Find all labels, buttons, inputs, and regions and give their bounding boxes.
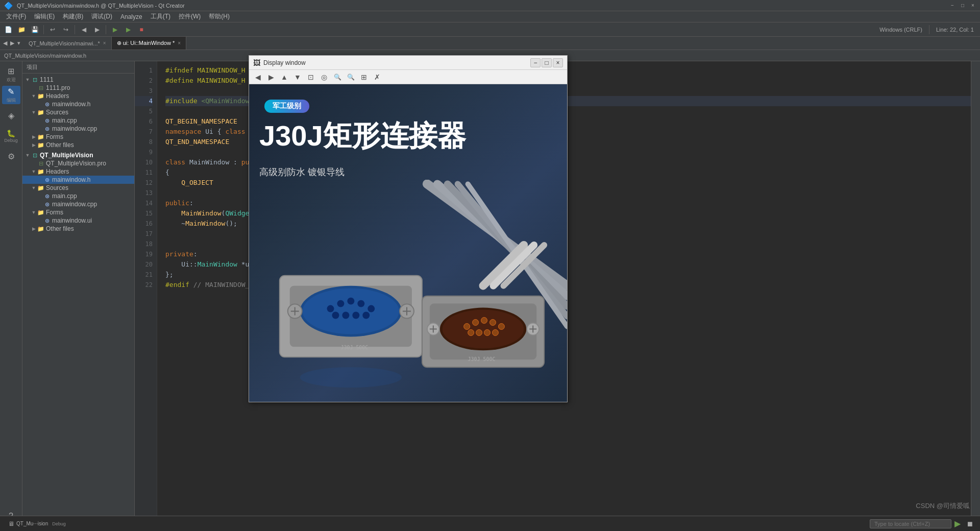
label-mainwindow-ui: mainwindow.ui [52, 217, 92, 224]
tree-item-mainwindow-ui[interactable]: ⊛ mainwindow.ui [22, 216, 134, 225]
tree-item-other2[interactable]: ▶ 📁 Other files [22, 225, 134, 233]
svg-point-31 [473, 319, 479, 325]
dw-maximize-btn[interactable]: □ [542, 58, 552, 67]
menu-help[interactable]: 帮助(H) [205, 11, 234, 22]
svg-point-14 [332, 311, 339, 319]
taskbar-app-label: QT_Mu···ision [16, 521, 48, 526]
dw-btn-forward[interactable]: ▶ [265, 71, 277, 83]
line-num-22: 22 [135, 280, 153, 290]
line-num-15: 15 [135, 208, 153, 219]
tree-item-forms1[interactable]: ▶ 📁 Forms [22, 133, 134, 141]
maximize-button[interactable]: □ [960, 3, 966, 9]
tree-item-mainwindow-cpp2[interactable]: ⊛ mainwindow.cpp [22, 200, 134, 208]
tab-ui-mainwindow[interactable]: ⊕ ui: Ui::MainWindow * × [112, 37, 186, 50]
tab-close-1[interactable]: × [103, 40, 106, 46]
tab-nav-dropdown[interactable]: ▾ [16, 40, 21, 46]
close-button[interactable]: × [970, 3, 976, 9]
menu-file[interactable]: 文件(F) [2, 11, 30, 22]
menu-debug[interactable]: 调试(D) [87, 11, 116, 22]
line-num-20: 20 [135, 259, 153, 270]
sidebar-design[interactable]: ◈ [2, 106, 20, 125]
dw-close-btn[interactable]: × [553, 58, 563, 67]
dw-title-icon: 🖼 [253, 59, 260, 67]
menu-build[interactable]: 构建(B) [59, 11, 87, 22]
tree-item-1111[interactable]: ▼ ⊡ 1111 [22, 76, 134, 84]
sidebar-projects[interactable]: ⚙ [2, 147, 20, 165]
toolbar-undo[interactable]: ↩ [46, 24, 59, 35]
arrow-qt: ▼ [24, 153, 31, 158]
taskbar-search[interactable] [870, 519, 951, 528]
toolbar-debug-run[interactable]: ▶ [122, 24, 134, 35]
dw-btn-clear[interactable]: ✗ [372, 71, 383, 83]
dw-btn-zoom-out[interactable]: 🔍 [332, 71, 343, 83]
menu-analyze[interactable]: Analyze [116, 11, 146, 22]
tree-item-mainwindow-h2[interactable]: ⊛ mainwindow.h [22, 176, 134, 184]
svg-point-38 [492, 329, 498, 335]
menu-edit[interactable]: 编辑(E) [30, 11, 59, 22]
tab-close-2[interactable]: × [178, 40, 181, 46]
line-num-1: 1 [135, 65, 153, 76]
tree-item-sources1[interactable]: ▼ 📁 Sources [22, 108, 134, 116]
token: { [165, 168, 169, 176]
dw-btn-grid[interactable]: ⊞ [358, 71, 370, 83]
menu-controls[interactable]: 控件(W) [175, 11, 205, 22]
tree-item-forms2[interactable]: ▼ 📁 Forms [22, 208, 134, 216]
tree-item-other1[interactable]: ▶ 📁 Other files [22, 141, 134, 149]
svg-point-33 [489, 319, 496, 325]
toolbar-forward[interactable]: ▶ [91, 24, 103, 35]
dw-btn-up[interactable]: ▲ [279, 71, 290, 83]
token: : [189, 199, 193, 207]
tab-nav-forward[interactable]: ▶ [9, 40, 15, 46]
tree-item-sources2[interactable]: ▼ 📁 Sources [22, 184, 134, 192]
toolbar-open[interactable]: 📁 [15, 24, 28, 35]
svg-point-12 [357, 300, 364, 307]
tree-item-headers1[interactable]: ▼ 📁 Headers [22, 92, 134, 100]
file-tree[interactable]: ▼ ⊡ 1111 ⊟ 1111.pro ▼ 📁 Headers ⊛ mainwi [22, 74, 134, 529]
taskbar-app[interactable]: 🖥 QT_Mu···ision Debug [4, 516, 70, 531]
tab-nav-back[interactable]: ◀ [2, 40, 8, 46]
toolbar-stop[interactable]: ■ [135, 24, 148, 35]
dw-btn-back[interactable]: ◀ [252, 71, 263, 83]
svg-point-10 [337, 300, 344, 307]
tree-item-1111pro[interactable]: ⊟ 1111.pro [22, 84, 134, 92]
tree-item-mainwindow-h1[interactable]: ⊛ mainwindow.h [22, 100, 134, 108]
tab-mainwindow-h[interactable]: QT_MultipleVision/mainwi...* × [23, 37, 112, 50]
dw-btn-down[interactable]: ▼ [292, 71, 303, 83]
tree-item-main-cpp2[interactable]: ⊛ main.cpp [22, 192, 134, 200]
minimize-button[interactable]: − [949, 3, 955, 9]
svg-text:J30J 500C: J30J 500C [340, 345, 368, 350]
dw-btn-fit[interactable]: ⊡ [305, 71, 316, 83]
welcome-label: 欢迎 [7, 77, 16, 83]
dw-btn-circle[interactable]: ◎ [318, 71, 330, 83]
toolbar-sep3 [106, 25, 106, 34]
sidebar-edit[interactable]: ✎ 编辑 [2, 86, 20, 104]
dw-title: Display window [263, 59, 529, 66]
header-icon-1: ⊛ [43, 101, 51, 108]
sidebar-welcome[interactable]: ⊞ 欢迎 [2, 65, 20, 84]
toolbar-redo[interactable]: ↪ [60, 24, 72, 35]
token: : [193, 250, 198, 258]
toolbar-save[interactable]: 💾 [29, 24, 41, 35]
status-build-config: Windows (CRLF) [875, 27, 926, 33]
tree-item-qt-pro[interactable]: ⊟ QT_MultipleVision.pro [22, 159, 134, 167]
tree-item-qt[interactable]: ▼ ⊡ QT_MultipleVision [22, 151, 134, 159]
toolbar-new[interactable]: 📄 [2, 24, 14, 35]
taskbar-run-btn[interactable]: ▶ [951, 518, 964, 529]
svg-point-30 [464, 323, 470, 329]
dw-minimize-btn[interactable]: − [530, 58, 541, 67]
arrow-headers2: ▼ [31, 169, 37, 174]
right-scrollbar[interactable] [971, 61, 980, 529]
menu-tools[interactable]: 工具(T) [146, 11, 175, 22]
tree-item-mainwindow-cpp1[interactable]: ⊛ mainwindow.cpp [22, 125, 134, 133]
line-num-16: 16 [135, 219, 153, 229]
toolbar-build[interactable]: ▶ [109, 24, 121, 35]
tree-item-headers2[interactable]: ▼ 📁 Headers [22, 167, 134, 176]
token: MainWindow [185, 220, 225, 227]
toolbar-back[interactable]: ◀ [78, 24, 90, 35]
tree-item-main-cpp1[interactable]: ⊛ main.cpp [22, 116, 134, 125]
label-mainwindow-h2: mainwindow.h [52, 176, 90, 183]
dw-main-title: J30J矩形连接器 [259, 120, 466, 152]
sidebar-debug[interactable]: 🐛 Debug [2, 127, 20, 145]
taskbar-stop-btn[interactable]: ⏹ [964, 518, 976, 529]
dw-btn-zoom-in[interactable]: 🔍 [345, 71, 356, 83]
